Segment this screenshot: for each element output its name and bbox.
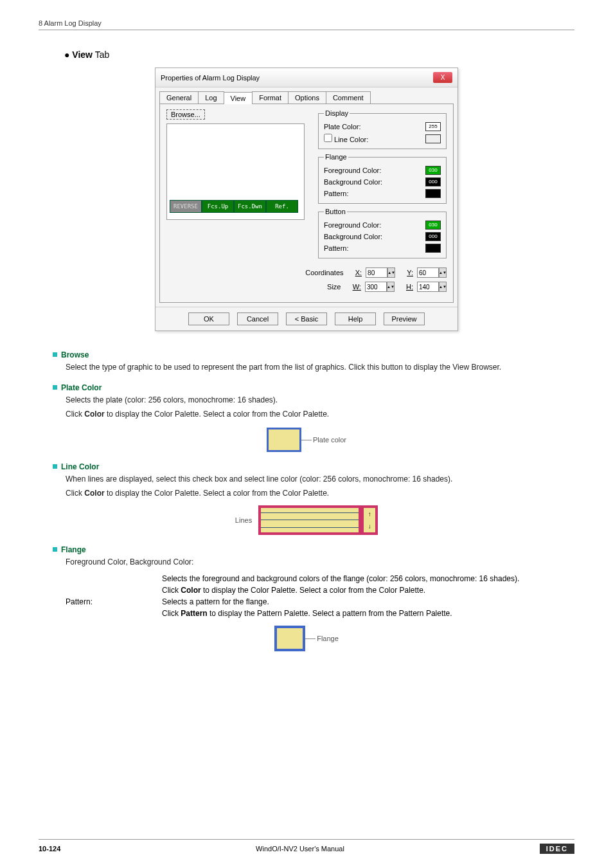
browse-button[interactable]: Browse... (166, 109, 205, 120)
preview-button[interactable]: Preview (384, 312, 425, 325)
button-bg-swatch[interactable]: 000 (425, 232, 441, 241)
ok-button[interactable]: OK (188, 312, 229, 325)
tab-log[interactable]: Log (198, 91, 224, 104)
coordinates-label: Coordinates (305, 269, 343, 276)
group-display: Display Plate Color: 255 Line Color: (318, 109, 447, 149)
heading-plate-color: Plate Color (53, 383, 574, 392)
lines-arrows: ↑↓ (361, 505, 378, 535)
flange-demo (274, 626, 305, 651)
tab-format[interactable]: Format (252, 91, 289, 104)
tab-view[interactable]: View (224, 92, 253, 104)
group-flange: Flange Foreground Color:030 Background C… (318, 153, 447, 204)
graphic-preview: REVERSE Fcs.Up Fcs.Dwn Ref. (166, 123, 305, 220)
size-label: Size (327, 283, 341, 291)
dialog-tabs: General Log View Format Options Comment (155, 87, 458, 104)
page-footer: 10-124 WindO/I-NV2 User's Manual IDEC (39, 839, 574, 854)
plate-color-label: Plate Color: (324, 123, 360, 131)
flange-callout-label: Flange (317, 635, 339, 642)
help-button[interactable]: Help (335, 312, 376, 325)
flange-pattern-swatch[interactable] (425, 189, 441, 198)
tab-general[interactable]: General (159, 91, 199, 104)
group-button: Button Foreground Color:030 Background C… (318, 208, 447, 258)
flange-pattern-label: Pattern: (66, 597, 162, 606)
button-pattern-swatch[interactable] (425, 244, 441, 253)
dialog-title: Properties of Alarm Log Display (161, 74, 260, 82)
line-color-swatch[interactable] (425, 134, 441, 143)
close-icon[interactable]: X (433, 72, 452, 83)
preview-fcsup: Fcs.Up (202, 200, 234, 213)
preview-reverse: REVERSE (170, 200, 202, 213)
basic-button[interactable]: < Basic (286, 312, 327, 325)
plate-callout-label: Plate color (313, 436, 346, 444)
x-input[interactable] (366, 267, 387, 278)
line-color-checkbox[interactable] (324, 134, 332, 142)
preview-ref: Ref. (266, 200, 298, 213)
manual-title: WindO/I-NV2 User's Manual (256, 845, 344, 853)
h-input[interactable] (417, 282, 439, 292)
y-input[interactable] (417, 267, 439, 278)
page-number: 10-124 (39, 845, 60, 853)
lines-callout-label: Lines (235, 516, 252, 524)
flange-bg-swatch[interactable]: 000 (425, 177, 441, 186)
breadcrumb: 8 Alarm Log Display (39, 19, 574, 30)
browse-text: Select the type of graphic to be used to… (66, 362, 574, 373)
w-input[interactable] (365, 282, 387, 292)
heading-flange: Flange (53, 545, 574, 554)
lines-demo (258, 505, 361, 535)
plate-color-swatch[interactable]: 255 (425, 122, 441, 131)
flange-fg-swatch[interactable]: 030 (425, 166, 441, 175)
heading-line-color: Line Color (53, 462, 574, 471)
tab-options[interactable]: Options (288, 91, 326, 104)
cancel-button[interactable]: Cancel (237, 312, 278, 325)
properties-dialog: Properties of Alarm Log Display X Genera… (155, 68, 458, 331)
tab-comment[interactable]: Comment (326, 91, 371, 104)
flange-sub: Foreground Color, Background Color: (66, 557, 574, 568)
plate-color-demo (267, 428, 301, 452)
brand-logo: IDEC (540, 844, 574, 854)
preview-fcsdwn: Fcs.Dwn (234, 200, 266, 213)
heading-browse: Browse (53, 350, 574, 359)
line-color-label: Line Color: (334, 136, 368, 143)
section-view-tab: ● View Tab (64, 50, 574, 60)
button-fg-swatch[interactable]: 030 (425, 221, 441, 230)
